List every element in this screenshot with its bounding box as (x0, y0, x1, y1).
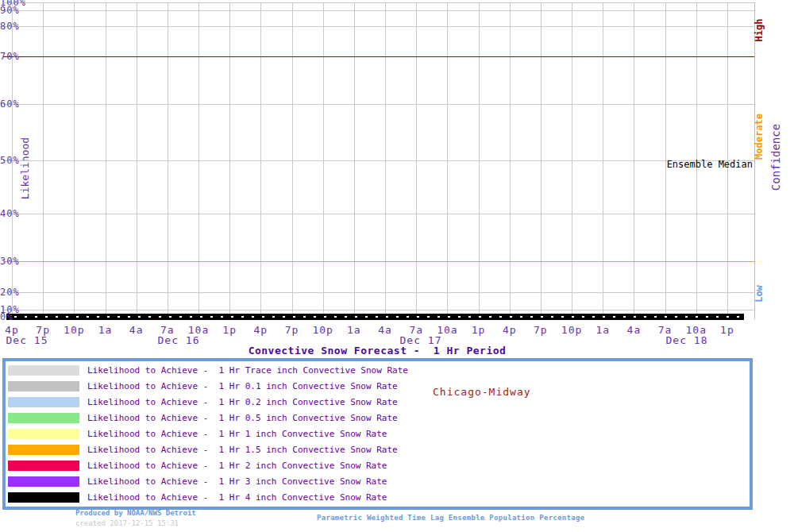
legend-swatch (8, 461, 79, 471)
footer-created-timestamp: created 2017-12-15 15:31 (75, 519, 179, 527)
right-axis-spine (754, 2, 755, 319)
horizontal-gridline (3, 2, 754, 3)
legend-swatch (8, 381, 79, 391)
legend-label: Likelihood to Achieve - 1 Hr 0.5 inch Co… (87, 413, 398, 423)
likelihood-chart: Likelihood Confidence High Moderate Low … (0, 0, 794, 357)
station-name: Chicago-Midway (433, 386, 531, 398)
x-tick-label: 10p (64, 324, 84, 336)
legend-swatch (8, 445, 79, 455)
x-tick-label: 1a (98, 324, 113, 336)
x-tick-label: 4p (503, 324, 517, 336)
x-tick-label: 7p (285, 324, 299, 336)
footer-chart-subtitle: Parametric Weighted Time Lag Ensemble Po… (317, 514, 584, 522)
y-tick-label: 60% (0, 99, 20, 109)
legend-label: Likelihood to Achieve - 1 Hr Trace inch … (87, 365, 408, 376)
horizontal-gridline (3, 292, 754, 293)
x-tick-label: 1a (596, 324, 610, 336)
y-tick-label: 30% (0, 256, 20, 266)
legend-label: Likelihood to Achieve - 1 Hr 1.5 inch Co… (87, 445, 398, 455)
y-tick-label: 80% (0, 21, 20, 31)
threshold-line-70 (3, 56, 754, 57)
horizontal-gridline (3, 104, 754, 105)
y-tick-label: 20% (0, 287, 20, 297)
y-tick-label: 40% (0, 209, 20, 218)
legend-swatch (8, 492, 79, 503)
x-tick-label: 10p (561, 324, 582, 336)
horizontal-gridline (3, 26, 754, 27)
legend-box: Likelihood to Achieve - 1 Hr Trace inch … (2, 358, 753, 510)
x-tick-label: 4a (129, 324, 144, 336)
confidence-level-high: High (754, 19, 765, 42)
x-tick-label: 4a (627, 324, 642, 336)
footer-produced-by: Produced by NOAA/NWS Detroit (75, 509, 196, 517)
y-tick-label: 70% (0, 52, 20, 61)
ensemble-median-dotted-line (6, 316, 744, 318)
y-tick-label: 90% (0, 6, 20, 15)
legend-label: Likelihood to Achieve - 1 Hr 3 inch Conv… (87, 476, 387, 487)
legend-swatch (8, 429, 79, 439)
legend-label: Likelihood to Achieve - 1 Hr 0.1 inch Co… (87, 381, 398, 391)
legend-label: Likelihood to Achieve - 1 Hr 1 inch Conv… (87, 429, 387, 439)
horizontal-gridline (3, 214, 754, 214)
threshold-line-30 (3, 261, 754, 262)
x-tick-label: 1p (222, 324, 237, 336)
x-tick-label: 1p (472, 324, 486, 336)
forecast-page: { "chart_data": { "type": "line", "title… (0, 0, 794, 532)
legend-label: Likelihood to Achieve - 1 Hr 2 inch Conv… (87, 461, 387, 471)
ensemble-median-annotation: Ensemble Median (667, 159, 753, 170)
y-axis-label: Likelihood (19, 137, 31, 199)
legend-swatch (8, 413, 79, 423)
x-tick-label: 1a (347, 324, 361, 336)
x-tick-label: 4a (378, 324, 392, 336)
legend-swatch (8, 476, 79, 487)
confidence-level-low: Low (754, 285, 765, 303)
legend-label: Likelihood to Achieve - 1 Hr 4 inch Conv… (87, 492, 387, 503)
y-tick-label: 50% (0, 156, 20, 165)
right-axis-label: Confidence (769, 124, 782, 191)
x-tick-label: 10p (312, 324, 333, 336)
x-tick-label: 4p (254, 324, 268, 336)
x-tick-label: 7p (534, 324, 548, 336)
chart-title: Convective Snow Forecast - 1 Hr Period (0, 345, 754, 357)
horizontal-gridline (3, 160, 754, 161)
confidence-level-moderate: Moderate (754, 114, 765, 160)
y-tick-label: 0% (0, 312, 13, 322)
x-tick-label: 1p (720, 324, 734, 336)
horizontal-gridline (3, 310, 754, 310)
legend-swatch (8, 397, 79, 407)
horizontal-gridline (3, 10, 754, 11)
legend-label: Likelihood to Achieve - 1 Hr 0.2 inch Co… (87, 397, 398, 407)
legend-swatch (8, 365, 79, 376)
